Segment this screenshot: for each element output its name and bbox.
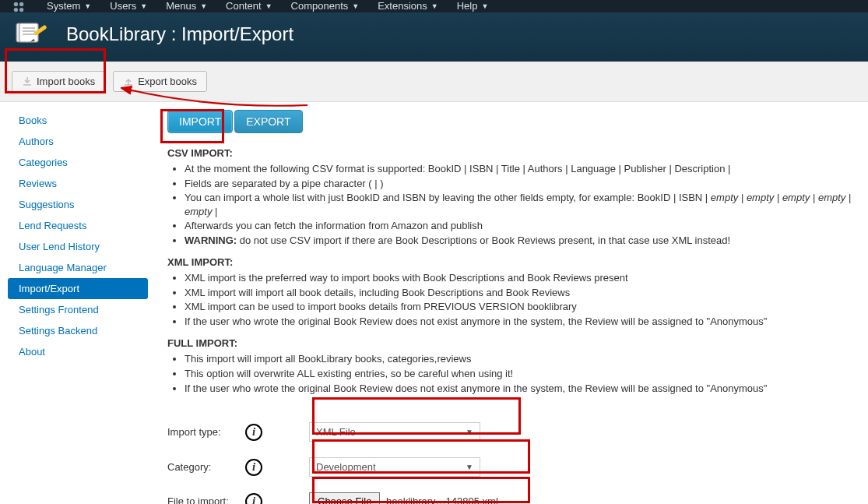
svg-point-3 [19,8,23,12]
csv-import-list: At the moment the following CSV format i… [167,162,852,247]
full-import-list: This import will import all BookLibrary … [167,352,852,395]
page-title: BookLibrary : Import/Export [66,23,293,45]
sidebar-item-authors[interactable]: Authors [8,131,148,152]
svg-point-1 [19,2,23,6]
sidebar-item-categories[interactable]: Categories [8,152,148,173]
svg-point-2 [14,8,18,12]
import-type-value: XML File [316,426,356,438]
xml-item: XML import can be used to import books d… [184,300,852,314]
import-icon [22,76,33,87]
menu-content[interactable]: Content▼ [216,0,281,16]
sidebar-item-settings-frontend[interactable]: Settings Frontend [8,299,148,320]
xml-item: If the user who wrote the original Book … [184,315,852,329]
category-value: Development [316,461,376,473]
tab-export[interactable]: EXPORT [234,110,302,133]
export-icon [123,76,134,87]
tab-import[interactable]: IMPORT [167,110,233,133]
sidebar-item-books[interactable]: Books [8,110,148,131]
import-type-select[interactable]: XML File ▼ [309,422,480,442]
xml-import-heading: XML IMPORT: [167,256,852,268]
file-to-import-label: File to import: [167,495,245,504]
category-select[interactable]: Development ▼ [309,457,480,477]
sidebar-item-settings-backend[interactable]: Settings Backend [8,320,148,341]
sidebar-item-about[interactable]: About [8,341,148,362]
sidebar: Books Authors Categories Reviews Suggest… [0,102,156,504]
sidebar-item-lend-requests[interactable]: Lend Requests [8,215,148,236]
csv-item: WARNING: do not use CSV import if there … [184,234,852,248]
component-icon [12,19,51,50]
full-item: If the user who wrote the original Book … [184,382,852,396]
sidebar-item-language-manager[interactable]: Language Manager [8,257,148,278]
page-header: BookLibrary : Import/Export [0,12,868,62]
sidebar-item-user-lend-history[interactable]: User Lend History [8,236,148,257]
import-books-button[interactable]: Import books [12,71,105,92]
import-type-label: Import type: [167,426,245,438]
full-import-heading: FULL IMPORT: [167,337,852,349]
info-icon[interactable]: i [245,493,262,504]
file-input-wrap: Choose File booklibrary…143805.xml [309,492,498,504]
menu-help[interactable]: Help▼ [448,0,498,16]
menu-system[interactable]: System▼ [37,0,100,16]
choose-file-button[interactable]: Choose File [309,492,380,504]
sidebar-item-suggestions[interactable]: Suggestions [8,194,148,215]
export-books-button[interactable]: Export books [113,71,207,92]
csv-import-heading: CSV IMPORT: [167,147,852,159]
selected-file-name: booklibrary…143805.xml [386,495,498,504]
joomla-icon [12,0,26,11]
full-item: This import will import all BookLibrary … [184,352,852,366]
full-item: This option will overwrite ALL existing … [184,367,852,381]
xml-item: XML import is the preferred way to impor… [184,271,852,285]
csv-item: At the moment the following CSV format i… [184,162,852,176]
tab-row: IMPORT EXPORT [167,110,852,133]
toolbar: Import books Export books [0,62,868,102]
top-menubar: System▼ Users▼ Menus▼ Content▼ Component… [0,0,868,12]
svg-point-0 [14,2,18,6]
csv-item: Fields are separated by a pipe character… [184,177,852,191]
menu-components[interactable]: Components▼ [282,0,369,16]
category-label: Category: [167,461,245,473]
csv-item: Afterwards you can fetch the information… [184,219,852,233]
menu-extensions[interactable]: Extensions▼ [368,0,448,16]
chevron-down-icon: ▼ [466,428,473,436]
content-area: IMPORT EXPORT CSV IMPORT: At the moment … [156,102,868,504]
info-icon[interactable]: i [245,424,262,441]
menu-menus[interactable]: Menus▼ [156,0,216,16]
xml-item: XML import will import all book details,… [184,286,852,300]
chevron-down-icon: ▼ [466,463,473,471]
info-icon[interactable]: i [245,459,262,476]
xml-import-list: XML import is the preferred way to impor… [167,271,852,328]
csv-item: You can import a whole list with just Bo… [184,191,852,218]
menu-users[interactable]: Users▼ [100,0,156,16]
sidebar-item-reviews[interactable]: Reviews [8,173,148,194]
sidebar-item-import-export[interactable]: Import/Export [8,278,148,299]
